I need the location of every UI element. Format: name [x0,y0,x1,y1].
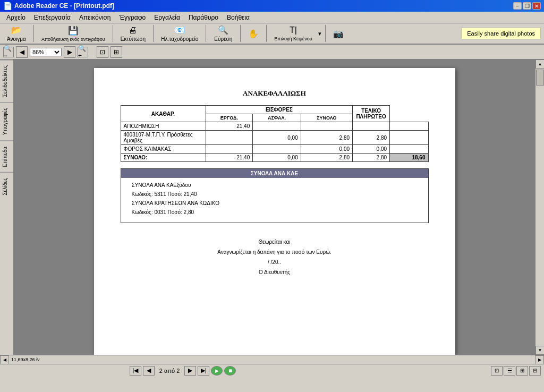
zoom-input-prev[interactable]: ◀ [16,46,28,58]
status-bar: |◀ ◀ 2 από 2 ▶ ▶| ▶ ⏹ ⊡ ☰ ⊞ ⊟ [0,364,544,377]
menu-window[interactable]: Παράθυρο [184,13,223,22]
zoom-in-button[interactable]: 🔍+ [78,47,88,57]
row3-synolo: 2,80 [353,154,390,162]
row1-asf: 2,80 [301,131,352,145]
find-label: Εύρεση [214,36,232,42]
row0-synolo [353,122,390,131]
sidebar-tab-layers[interactable]: Επίπεδα [0,141,13,173]
save-button[interactable]: 💾 Αποθήκευση ενός αντιγράφου [38,24,109,44]
scroll-thumb[interactable] [536,70,544,86]
title-text: Adobe Reader CE - [Printout.pdf] [14,2,114,10]
find-button[interactable]: 🔍 Εύρεση [210,23,236,44]
app-icon: 📄 [3,2,12,10]
snapshot-button[interactable]: 📷 [329,27,347,40]
summary-table: ΑΚΑΘΑΡ. ΕΙΣΦΟΡΕΣ ΤΕΛΙΚΟ ΠΛΗΡΩΤΕΟ ΕΡΓΟΔ. … [121,105,429,162]
zoom-out-button[interactable]: 🔍− [3,47,14,57]
footer-line4: Ο Διευθυντής [121,269,429,275]
footer-section: Θεωρείται και Αναγνωρίζεται η δαπάνη για… [121,239,429,275]
menu-help[interactable]: Βοήθεια [223,13,254,22]
save-label: Αποθήκευση ενός αντιγράφου [41,37,105,42]
find-icon: 🔍 [218,25,228,35]
fit-page-button[interactable]: ⊡ [97,46,108,58]
row3-ergod: 0,00 [253,154,301,162]
scroll-down-button[interactable]: ▼ [536,346,544,355]
menu-file[interactable]: Αρχείο [2,13,30,22]
col-synolo: ΣΥΝΟΛΟ [301,114,352,122]
open-button[interactable]: 📂 Άνοιγμα [3,23,30,44]
sidebar-tab-bookmarks[interactable]: Σελιδοδείκτες [0,59,13,102]
zoom-input-next[interactable]: ▶ [64,46,75,58]
row3-teliko: 18,60 [390,154,428,162]
row0-asf [301,122,352,131]
hscroll-track [42,355,535,364]
toolbar-separator-4 [206,25,206,42]
sidebar-tab-signatures[interactable]: Υπογραφές [0,102,13,140]
secondary-toolbar: 🔍− ◀ 86% 100% 75% ▶ 🔍+ ⊡ ⊞ [0,45,544,59]
prev-page-button[interactable]: ◀ [143,366,155,376]
select-icon: T| [290,25,297,35]
pdf-page: ΑΝΑΚΕΦΑΛΑΙΩΣΗ ΑΚΑΘΑΡ. ΕΙΣΦΟΡΕΣ ΤΕΛΙΚΟ ΠΛ… [94,68,455,355]
main-area: Σελιδοδείκτες Υπογραφές Επίπεδα Σελίδες … [0,59,544,355]
first-page-button[interactable]: |◀ [130,366,141,376]
toolbar-separator-5 [240,25,241,42]
minimize-button[interactable]: − [513,2,522,10]
row1-synolo: 2,80 [353,131,390,145]
toolbar-separator-7 [325,25,326,42]
scroll-left-button[interactable]: ◀ [0,355,9,364]
fit-width-button[interactable]: ⊞ [110,46,122,58]
continuous-facing-button[interactable]: ⊟ [529,366,541,376]
row0-label: ΑΠΟΖΗΜΙΩΣΗ [121,122,206,131]
row0-teliko [390,122,428,131]
synola-content: ΣΥΝΟΛΑ ΑΝΑ ΚΑΕξόδου Κωδικός: 5311 Ποσό: … [121,178,428,223]
menu-tools[interactable]: Εργαλεία [150,13,184,22]
toolbar-separator-3 [153,25,154,42]
single-page-view-button[interactable]: ⊡ [491,366,503,376]
col-ergod: ΕΡΓΟΔ. [206,114,253,122]
app-title: 📄 Adobe Reader CE - [Printout.pdf] [3,2,114,10]
share-button[interactable]: Easily share digital photos [461,28,541,39]
continuous-view-button[interactable]: ☰ [504,366,515,376]
row1-teliko [390,131,428,145]
facing-view-button[interactable]: ⊞ [516,366,528,376]
scroll-up-button[interactable]: ▲ [536,59,544,69]
email-icon: 📧 [174,25,185,35]
menu-document[interactable]: Έγγραφο [115,13,150,22]
menu-view[interactable]: Απεικόνιση [75,13,115,22]
horizontal-scrollbar: ◀ 11,69x8,26 iv ▶ [0,355,544,364]
toolbar-separator-2 [113,25,113,42]
zoom-select[interactable]: 86% 100% 75% [30,48,62,56]
share-label: Easily share digital photos [467,30,535,37]
page-indicator: 2 από 2 [156,368,183,374]
col-eisf: ΕΙΣΦΟΡΕΣ [206,106,353,114]
stop-button[interactable]: ⏹ [224,366,236,376]
synola-header: ΣΥΝΟΛΑ ΑΝΑ ΚΑΕ [121,169,428,178]
select-text-button[interactable]: T| Επιλογή Κειμένου [270,24,316,43]
toolbar-separator-6 [266,25,267,42]
dropdown-arrow: ▾ [318,30,321,37]
synola-box: ΣΥΝΟΛΑ ΑΝΑ ΚΑΕ ΣΥΝΟΛΑ ΑΝΑ ΚΑΕξόδου Κωδικ… [121,168,429,223]
col-asf: ΑΣΦΑΛ. [253,114,301,122]
last-page-button[interactable]: ▶| [198,366,209,376]
restore-button[interactable]: ❐ [523,2,531,10]
scroll-right-button[interactable]: ▶ [535,355,544,364]
vertical-scrollbar: ▲ ▼ [535,59,544,355]
menu-bar: Αρχείο Επεξεργασία Απεικόνιση Έγγραφο Ερ… [0,12,544,23]
row3-label: ΣΥΝΟΛΟ: [121,154,206,162]
print-button[interactable]: 🖨 Εκτύπωση [117,24,149,44]
play-button[interactable]: ▶ [211,366,223,376]
hand-tool-button[interactable]: ✋ [244,27,262,40]
row1-akath [206,131,253,145]
sidebar-tab-pages[interactable]: Σελίδες [0,172,13,201]
synola-line2: Κωδικός: 5311 Ποσό: 21,40 [132,191,418,197]
zoom-in-icon: 🔍+ [78,45,88,59]
menu-edit[interactable]: Επεξεργασία [30,13,75,22]
close-button[interactable]: ✕ [532,2,541,10]
print-label: Εκτύπωση [121,36,146,42]
email-button[interactable]: 📧 Ηλ.ταχυδρομείο [157,23,202,44]
synola-line4: ΣΥΝΟΛΑ ΚΡΑΤΗΣΕΩΝ ΑΝΑ ΚΩΔΙΚΟ [132,200,418,206]
zoom-out-icon: 🔍− [4,45,13,59]
row2-label: ΦΟΡΟΣ ΚΛΙΜΑΚΑΣ [121,145,206,154]
footer-line3: / /20.. [121,259,429,265]
next-page-button[interactable]: ▶ [184,366,196,376]
row0-akath: 21,40 [206,122,253,131]
